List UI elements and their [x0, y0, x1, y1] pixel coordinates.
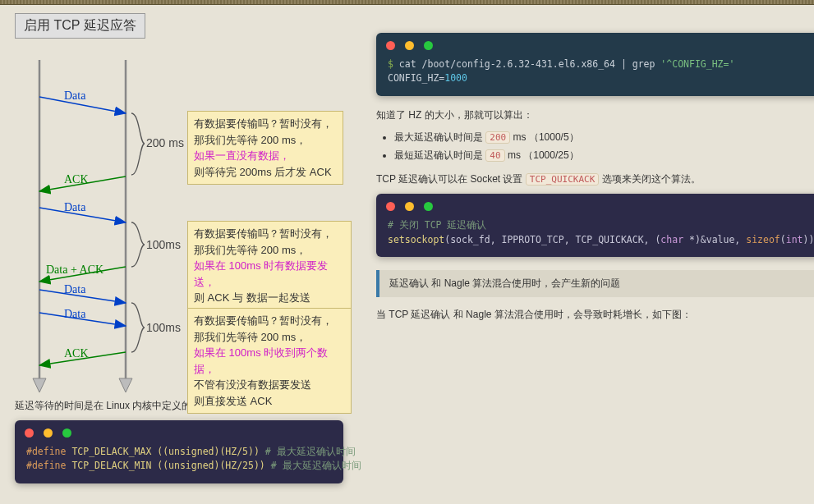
label-data-ack: Data + ACK: [46, 263, 103, 277]
note-line: 则等待完 200ms 后才发 ACK: [194, 164, 337, 181]
inline-code: 200: [485, 131, 510, 144]
window-controls: [15, 420, 343, 445]
code-block-define: #define TCP_DELACK_MAX ((unsigned)(HZ/5)…: [15, 420, 343, 483]
minimize-icon: [405, 202, 414, 211]
label-ack: ACK: [64, 347, 89, 360]
label-data: Data: [64, 308, 85, 321]
callout-warning: 延迟确认 和 Nagle 算法混合使用时，会产生新的问题: [376, 270, 814, 297]
time-100ms: 100ms: [146, 321, 181, 334]
note-line: 则直接发送 ACK: [194, 393, 345, 410]
close-icon: [386, 41, 395, 50]
label-data: Data: [64, 283, 85, 296]
note-line: 那我们先等待 200 ms，: [194, 329, 345, 346]
note-box-3: 有数据要传输吗？暂时没有， 那我们先等待 200 ms， 如果在 100ms 时…: [187, 308, 352, 414]
inline-code: TCP_QUICKACK: [526, 173, 599, 186]
note-line: 有数据要传输吗？暂时没有，: [194, 116, 337, 132]
list-item: 最大延迟确认时间是 200 ms （1000/5）: [394, 130, 814, 145]
inline-code: 40: [485, 149, 504, 162]
code-line: #define TCP_DELACK_MAX ((unsigned)(HZ/5)…: [15, 445, 343, 459]
maximize-icon: [62, 428, 71, 438]
body-text: 知道了 HZ 的大小，那就可以算出：: [376, 108, 814, 123]
body-text: 当 TCP 延迟确认 和 Nagle 算法混合使用时，会导致时耗增长，如下图：: [376, 307, 814, 323]
note-line-emph: 如果在 100ms 时收到两个数据，: [194, 345, 345, 377]
note-line: 不管有没没有数据要发送: [194, 377, 345, 393]
code-line: CONFIG_HZ=1000: [376, 71, 814, 85]
body-text: TCP 延迟确认可以在 Socket 设置 TCP_QUICKACK 选项来关闭…: [376, 172, 814, 187]
note-line: 则 ACK 与 数据一起发送: [194, 290, 345, 306]
main-content: 启用 TCP 延迟应答: [0, 5, 814, 504]
label-data: Data: [64, 201, 85, 214]
code-line: setsockopt(sock_fd, IPPROTO_TCP, TCP_QUI…: [376, 233, 814, 247]
note-line: 那我们先等待 200 ms，: [194, 132, 337, 149]
list-item: 最短延迟确认时间是 40 ms （1000/25）: [394, 148, 814, 163]
minimize-icon: [44, 428, 53, 438]
close-icon: [25, 428, 34, 438]
label-data: Data: [64, 89, 85, 103]
maximize-icon: [424, 202, 433, 211]
diagram-title: 启用 TCP 延迟应答: [15, 13, 145, 39]
code-comment: # 关闭 TCP 延迟确认: [376, 218, 814, 232]
maximize-icon: [424, 41, 433, 50]
note-box-2: 有数据要传输吗？暂时没有， 那我们先等待 200 ms， 如果在 100ms 时…: [187, 221, 352, 311]
svg-marker-3: [119, 378, 132, 392]
code-block-cat: $ cat /boot/config-2.6.32-431.el6.x86_64…: [376, 33, 814, 96]
svg-marker-1: [33, 378, 46, 392]
note-box-1: 有数据要传输吗？暂时没有， 那我们先等待 200 ms， 如果一直没有数据， 则…: [187, 111, 343, 185]
time-100ms: 100ms: [146, 238, 181, 251]
note-line: 有数据要传输吗？暂时没有，: [194, 226, 345, 242]
note-line: 那我们先等待 200 ms，: [194, 242, 345, 259]
window-controls: [376, 33, 814, 57]
note-line-emph: 如果一直没有数据，: [194, 148, 337, 164]
minimize-icon: [405, 41, 414, 50]
label-ack: ACK: [64, 173, 89, 186]
window-controls: [376, 194, 814, 218]
note-line-emph: 如果在 100ms 时有数据要发送，: [194, 258, 345, 290]
calc-list: 最大延迟确认时间是 200 ms （1000/5） 最短延迟确认时间是 40 m…: [394, 130, 814, 163]
close-icon: [386, 202, 395, 211]
code-line: $ cat /boot/config-2.6.32-431.el6.x86_64…: [376, 57, 814, 71]
timing-diagram: Data ACK Data Data + ACK Data Data ACK 2…: [15, 44, 352, 388]
time-200ms: 200 ms: [146, 136, 184, 149]
code-line: #define TCP_DELACK_MIN ((unsigned)(HZ/25…: [15, 459, 343, 473]
note-line: 有数据要传输吗？暂时没有，: [194, 313, 345, 329]
code-block-setsockopt: # 关闭 TCP 延迟确认 setsockopt(sock_fd, IPPROT…: [376, 194, 814, 257]
